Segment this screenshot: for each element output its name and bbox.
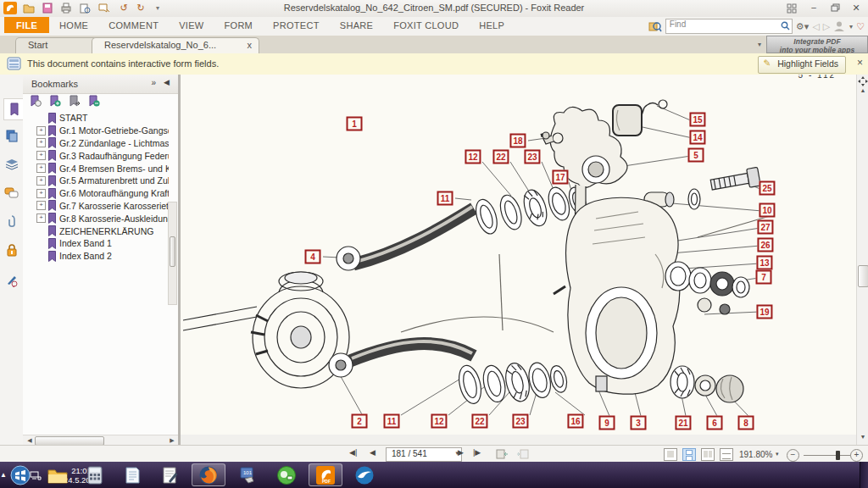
prev-view-history-icon[interactable]: [496, 449, 508, 459]
bookmark-expander-icon[interactable]: +: [36, 151, 46, 160]
ribbon-tab-share[interactable]: SHARE: [330, 17, 383, 33]
find-area: Find ⚙▾ ◁ ▷ ▾ ♡: [648, 18, 865, 35]
bookmark-item[interactable]: + Gr.4 Bremsen Brems- und Kupplun: [26, 162, 169, 175]
form-icon: [7, 57, 22, 71]
bookmark-item[interactable]: + Gr.6 Motoraufhängung Kraftstoffan: [26, 187, 169, 200]
minimize-button[interactable]: –: [804, 2, 824, 14]
heart-icon[interactable]: ♡: [856, 21, 865, 32]
taskbar-foxit-icon[interactable]: PDF: [309, 463, 342, 486]
bookmark-item[interactable]: + Index Band 2: [26, 250, 169, 263]
bookmark-expand-icon[interactable]: [49, 95, 61, 108]
zoom-value[interactable]: 191.80%: [739, 450, 772, 459]
security-panel-icon[interactable]: [3, 241, 20, 261]
zoom-out-button[interactable]: −: [787, 449, 799, 462]
ribbon-tab-view[interactable]: VIEW: [169, 17, 214, 33]
ribbon-tab-home[interactable]: HOME: [49, 17, 98, 33]
single-page-view-icon[interactable]: [664, 448, 677, 461]
avatar-dropdown-icon[interactable]: ▾: [849, 23, 853, 30]
taskbar-firefox-icon[interactable]: [192, 463, 225, 486]
ribbon-tab-foxit-cloud[interactable]: FOXIT CLOUD: [383, 17, 469, 33]
pan-tool-icon[interactable]: [858, 76, 868, 86]
user-avatar-icon[interactable]: [833, 20, 846, 32]
prev-view-icon[interactable]: ◁: [812, 21, 819, 32]
next-view-icon[interactable]: ▷: [823, 21, 830, 32]
ribbon-tab-file[interactable]: FILE: [4, 17, 49, 33]
highlight-fields-button[interactable]: ✎ Highlight Fields: [758, 56, 846, 74]
ribbon-tab-comment[interactable]: COMMENT: [98, 17, 169, 33]
bookmark-expander-icon[interactable]: +: [36, 138, 46, 147]
scroll-down-icon[interactable]: ▼: [858, 434, 868, 440]
search-doc-icon[interactable]: [648, 20, 662, 32]
bookmark-item[interactable]: + Gr.1 Motor-Getriebe-Gangschaltung: [26, 125, 169, 137]
bookmark-item[interactable]: + Gr.8 Karosserie-Auskleidung Sitze S: [26, 212, 169, 225]
bookmark-collapse-icon[interactable]: [88, 95, 100, 108]
search-icon[interactable]: [781, 21, 790, 30]
mobile-apps-ad[interactable]: Integrate PDF into your mobile apps: [766, 36, 868, 53]
zoom-slider-thumb[interactable]: [836, 451, 840, 460]
facing-view-icon[interactable]: [701, 448, 715, 461]
bookmark-expander-icon[interactable]: +: [36, 214, 46, 223]
bookmark-find-icon[interactable]: [30, 95, 42, 108]
ribbon-tab-help[interactable]: HELP: [469, 17, 515, 33]
zoom-dropdown-icon[interactable]: ▾: [776, 451, 779, 458]
taskbar-notepad-icon[interactable]: [115, 463, 149, 486]
taskbar-wordpad-icon[interactable]: [153, 463, 186, 486]
next-page-icon[interactable]: ▶: [458, 448, 464, 457]
bookmark-goto-icon[interactable]: [69, 95, 81, 108]
taskbar-calculator-icon[interactable]: [78, 463, 112, 486]
layers-panel-icon[interactable]: [3, 154, 20, 175]
document-vscrollbar[interactable]: ▲ ▼: [856, 75, 868, 445]
bookmark-item[interactable]: + Gr.7 Karosserie Karosserieteile Glas: [26, 200, 169, 213]
vscroll-thumb[interactable]: [858, 265, 868, 287]
next-view-history-icon[interactable]: [517, 449, 529, 459]
bookmark-item[interactable]: + START: [26, 112, 169, 125]
page-number-field[interactable]: 181 / 541 ▾: [386, 447, 462, 462]
diagram-label-7: 7: [756, 270, 772, 285]
continuous-facing-view-icon[interactable]: [720, 448, 733, 461]
pencil-icon: ✎: [763, 58, 771, 68]
show-desktop-button[interactable]: [860, 462, 868, 488]
bookmarks-panel-icon[interactable]: [3, 98, 24, 120]
last-page-icon[interactable]: |▶: [473, 448, 481, 457]
comments-panel-icon[interactable]: [3, 183, 20, 203]
expand-panel-icon[interactable]: »: [151, 78, 156, 87]
tabbar-dropdown-icon[interactable]: ▾: [758, 41, 761, 48]
first-page-icon[interactable]: ◀|: [349, 448, 357, 457]
pages-panel-icon[interactable]: [3, 125, 20, 146]
bookmark-expander-icon[interactable]: +: [36, 164, 46, 173]
zoom-in-button[interactable]: +: [850, 449, 863, 462]
restore-button[interactable]: [825, 2, 845, 14]
bookmark-item[interactable]: + Gr.5 Armaturenbrett und Zubehör: [26, 175, 169, 187]
bookmark-expander-icon[interactable]: +: [36, 126, 46, 136]
taskbar-devices-icon[interactable]: 101: [231, 463, 264, 486]
scroll-up-icon[interactable]: ▲: [858, 87, 868, 93]
bookmark-expander-icon[interactable]: +: [36, 201, 46, 210]
ribbon-tab-protect[interactable]: PROTECT: [263, 17, 330, 33]
taskbar-openoffice-icon[interactable]: [348, 463, 381, 486]
tab-document[interactable]: Reservdelskatalog_No_6... x: [92, 37, 259, 55]
bookmark-item[interactable]: + Index Band 1: [26, 237, 169, 250]
tab-close-icon[interactable]: x: [248, 40, 253, 50]
ui-options-icon[interactable]: [782, 2, 802, 14]
start-button[interactable]: [3, 463, 37, 486]
notification-close-icon[interactable]: ×: [857, 57, 863, 69]
bookmark-expander-icon[interactable]: +: [36, 189, 46, 198]
close-button[interactable]: ✕: [846, 2, 866, 14]
continuous-view-icon[interactable]: [682, 448, 696, 461]
collapse-panel-icon[interactable]: ◀: [164, 78, 170, 86]
taskbar-green-app-icon[interactable]: [270, 463, 303, 486]
ribbon-tab-form[interactable]: FORM: [214, 17, 264, 33]
bookmark-item[interactable]: + Gr.3 Radaufhängung Federung Len: [26, 149, 169, 162]
pdf-page: 5 - 112: [181, 75, 856, 435]
bookmarks-vscrollbar[interactable]: [168, 202, 177, 305]
signature-panel-icon[interactable]: [3, 271, 20, 291]
prev-page-icon[interactable]: ◀: [370, 448, 376, 457]
attachments-panel-icon[interactable]: [3, 212, 20, 232]
taskbar-explorer-icon[interactable]: [41, 463, 75, 486]
zoom-slider-track[interactable]: [804, 455, 856, 456]
bookmark-expander-icon[interactable]: +: [36, 176, 46, 186]
gear-icon[interactable]: ⚙▾: [796, 21, 809, 32]
bookmark-item[interactable]: + Gr.2 Zündanlage - Lichtmaschine -: [26, 137, 169, 150]
bookmark-item[interactable]: + ZEICHENERKLÄRUNG: [26, 225, 169, 237]
find-input[interactable]: Find: [665, 19, 793, 34]
